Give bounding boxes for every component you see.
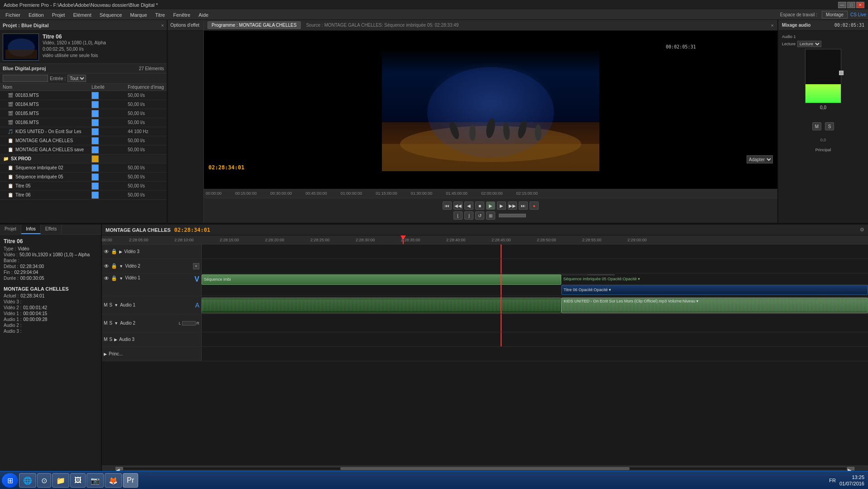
list-item[interactable]: 📋 Titre 05 50,00 l/s [0,182,167,191]
track-lock-v2[interactable]: 🔒 [111,263,117,269]
expand-v2[interactable]: ▼ [119,264,123,268]
start-button[interactable]: ⊞ [2,473,18,488]
list-item[interactable]: 📋 MONTAGE GALA CHELLES 50,00 l/s [0,136,167,145]
adapt-select[interactable]: Adapter [747,155,773,163]
menu-aide[interactable]: Aide [195,11,212,19]
list-item[interactable]: 🎬 00183.MTS 50,00 l/s [0,91,167,100]
list-item[interactable]: 🎵 KIDS UNITED - On Ecrit Sur Les 44 100 … [0,127,167,136]
minimize-button[interactable]: — [838,2,846,8]
loop-button[interactable]: ↺ [475,211,484,220]
clip-seq-imbrique[interactable]: Séquence imbi [202,274,561,285]
scroll-thumb[interactable] [340,467,630,470]
list-item[interactable]: 📋 Séquence imbriquée 05 50,00 l/s [0,173,167,182]
track-content-a2[interactable] [202,314,868,332]
cs-live-button[interactable]: CS Live [850,12,866,17]
in-point-button[interactable]: ⌊ [453,211,463,220]
menu-fenetre[interactable]: Fenêtre [169,11,194,19]
taskbar-app-ie[interactable]: 🌐 [19,473,36,488]
clip-kids-united[interactable]: KIDS UNITED - On Ecrit Sur Les Murs (Cli… [561,297,868,313]
track-content-v2[interactable] [202,259,868,273]
expand-a1[interactable]: ▼ [114,303,118,307]
record-button[interactable]: ● [530,201,539,210]
track-content-v3[interactable] [202,244,868,259]
close-button[interactable]: ✕ [856,2,864,8]
track-lock-v1[interactable]: 🔒 [111,275,117,281]
maximize-button[interactable]: □ [847,2,855,8]
taskbar-app-other2[interactable]: 📷 [87,473,104,488]
expand-princ[interactable]: ▶ [104,352,107,356]
menu-fichier[interactable]: Fichier [2,11,24,19]
taskbar-app-chrome[interactable]: ⊙ [37,473,51,488]
timeline-tools[interactable]: ⚙ [860,227,864,233]
search-input[interactable] [3,75,48,82]
step-back-button[interactable]: ◀◀ [453,201,463,210]
expand-v3[interactable]: ▶ [119,249,122,254]
taskbar-app-other3[interactable]: 🦊 [105,473,122,488]
entry-select[interactable]: Tout [68,75,86,82]
track-mute-a2[interactable]: M [104,321,107,326]
timeline-ruler-bar[interactable]: 00:00 2:28:05:00 2:28:10:00 2:28:15:00 2… [102,235,868,244]
volume-knob[interactable] [839,71,844,75]
menu-sequence[interactable]: Séquence [96,11,126,19]
scroll-right-btn[interactable]: ▶ [847,467,854,470]
track-eye-v1[interactable]: 👁 [104,275,109,282]
track-mute-a3[interactable]: M [104,337,107,342]
safe-zone-button[interactable]: ⊞ [486,211,495,220]
jog-slider[interactable] [499,214,526,217]
frame-fwd-button[interactable]: ▶ [497,201,506,210]
list-item[interactable]: 🎬 00186.MTS 50,00 l/s [0,118,167,127]
list-item-folder[interactable]: 📁 SX PROD [0,154,167,163]
track-content-princ[interactable] [202,347,868,361]
track-add-v2[interactable]: + [193,263,199,269]
track-solo-a1[interactable]: S [109,302,112,307]
expand-v1[interactable]: ▼ [119,276,123,281]
expand-a2[interactable]: ▼ [114,321,118,326]
scroll-left-btn[interactable]: ◀ [116,467,123,470]
tab-infos[interactable]: Infos [21,225,41,234]
workspace-value[interactable]: Montage [822,11,848,19]
list-item[interactable]: 🎬 00185.MTS 50,00 l/s [0,109,167,118]
play-button[interactable]: ▶ [486,201,495,210]
programme-tab[interactable]: Programme : MONTAGE GALA CHELLES [207,21,301,29]
target-a1[interactable]: A [195,302,199,309]
playback-select[interactable]: Lecture [797,41,821,47]
tab-effets[interactable]: Effets [41,225,62,234]
clip-titre06[interactable]: Titre 06 Opacité:Opacité ▾ [561,285,868,295]
a2-level-bar[interactable] [182,321,196,326]
menu-projet[interactable]: Projet [48,11,69,19]
expand-a3[interactable]: ▶ [114,337,117,342]
track-content-a3[interactable] [202,332,868,346]
clip-audio-left[interactable] [202,297,561,313]
tab-projet[interactable]: Projet [0,225,21,234]
mute-button[interactable]: M [812,122,821,130]
track-content-a1[interactable]: KIDS UNITED - On Ecrit Sur Les Murs (Cli… [202,296,868,314]
track-content-v1[interactable]: Séquence imbi Titre 06 Opacité:Opacité ▾… [202,273,868,296]
taskbar-app-other1[interactable]: 🖼 [70,473,86,488]
step-fwd-button[interactable]: ▶▶ [508,201,517,210]
stop-button[interactable]: ■ [475,201,484,210]
list-item[interactable]: 📋 MONTAGE GALA CHELLES save 50,00 l/s [0,145,167,154]
track-solo-a3[interactable]: S [109,337,112,342]
frame-back-button[interactable]: ◀ [464,201,473,210]
menu-titre[interactable]: Titre [152,11,169,19]
track-mute-a1[interactable]: M [104,302,107,307]
track-eye-v3[interactable]: 👁 [104,249,109,255]
menu-edition[interactable]: Edition [25,11,48,19]
menu-element[interactable]: Elément [69,11,95,19]
list-item[interactable]: 📋 Titre 06 50,00 l/s [0,191,167,200]
track-eye-v2[interactable]: 👁 [104,263,109,269]
taskbar-app-explorer[interactable]: 📁 [52,473,69,488]
target-v1[interactable]: V [194,275,199,283]
goto-start-button[interactable]: ⏮ [443,201,452,210]
track-lock-v3[interactable]: 🔒 [111,249,117,254]
list-item[interactable]: 📋 Séquence imbriquée 02 50,00 l/s [0,163,167,173]
track-solo-a2[interactable]: S [109,321,112,326]
programme-close[interactable]: × [771,23,774,28]
list-item[interactable]: 🎬 00184.MTS 50,00 l/s [0,100,167,109]
goto-end-button[interactable]: ⏭ [519,201,528,210]
project-panel-close[interactable]: × [161,23,164,28]
menu-marque[interactable]: Marque [126,11,150,19]
solo-button[interactable]: S [825,122,834,130]
out-point-button[interactable]: ⌋ [464,211,473,220]
taskbar-app-premiere[interactable]: Pr [123,473,138,488]
